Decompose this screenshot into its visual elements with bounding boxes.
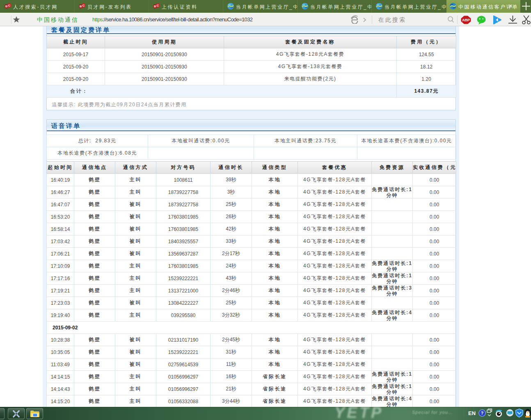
svg-text:C: C (82, 4, 85, 7)
svg-text:?: ? (481, 411, 484, 415)
svg-text:C: C (8, 4, 11, 7)
svg-text:ABP: ABP (462, 18, 470, 22)
svg-text:B: B (5, 5, 8, 8)
svg-text:C: C (157, 4, 159, 7)
svg-text:B: B (154, 5, 156, 8)
svg-text:B: B (80, 5, 82, 8)
